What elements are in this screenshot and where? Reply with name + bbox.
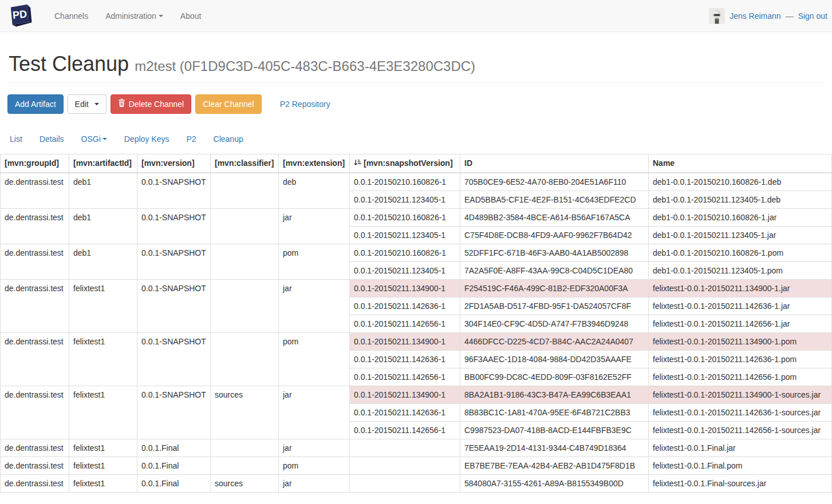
cell-classifier xyxy=(211,208,279,244)
cell-name: felixtest1-0.0.1-20150211.142656-1.pom xyxy=(649,368,832,386)
cell-version: 0.0.1.Final xyxy=(137,474,211,492)
cell-name: deb1-0.0.1-20150211.123405-1.jar xyxy=(649,226,832,244)
cell-snapshotversion: 0.0.1-20150211.142656-1 xyxy=(350,368,460,386)
page-title: Test Cleanup xyxy=(9,52,129,76)
table-row: de.dentrassi.testfelixtest10.0.1.Finalja… xyxy=(1,439,832,457)
cell-artifactid: felixtest1 xyxy=(69,474,137,492)
tab-label: List xyxy=(10,134,22,144)
tab-osgi[interactable]: OSGi xyxy=(73,129,116,149)
table-row: de.dentrassi.testfelixtest10.0.1-SNAPSHO… xyxy=(1,332,832,350)
nav-item-administration[interactable]: Administration xyxy=(97,6,172,26)
tab-details[interactable]: Details xyxy=(31,129,73,149)
column-header-classifier[interactable]: [mvn:classifier] xyxy=(211,154,279,173)
tab-list[interactable]: List xyxy=(1,129,31,149)
edit-dropdown-button[interactable]: Edit xyxy=(68,94,107,114)
cell-extension: jar xyxy=(279,386,350,439)
nav-item-label: Administration xyxy=(105,11,156,21)
cell-groupid: de.dentrassi.test xyxy=(1,457,69,474)
tab-p2[interactable]: P2 xyxy=(178,129,204,149)
cell-classifier xyxy=(211,457,279,474)
cell-name: deb1-0.0.1-20150210.160826-1.deb xyxy=(649,173,832,191)
cell-id: 2FD1A5AB-D517-4FBD-95F1-DA524057CF8F xyxy=(460,297,649,315)
table-row: de.dentrassi.testfelixtest10.0.1-SNAPSHO… xyxy=(1,279,832,297)
button-label: Clear Channel xyxy=(203,98,254,110)
tab-label: OSGi xyxy=(81,134,101,144)
cell-extension: jar xyxy=(279,474,350,492)
table-row: de.dentrassi.testfelixtest10.0.1.Finalso… xyxy=(1,474,832,492)
navbar: PD Channels Administration About Jens Re… xyxy=(0,0,832,32)
cell-extension: pom xyxy=(279,332,350,386)
cell-id: 96F3AAEC-1D18-4084-9884-DD42D35AAAFE xyxy=(460,350,649,368)
column-header-name[interactable]: Name xyxy=(649,154,832,173)
cell-version: 0.0.1-SNAPSHOT xyxy=(137,279,211,332)
cell-name: felixtest1-0.0.1.Final-sources.jar xyxy=(649,474,832,492)
channel-tabs: List Details OSGi Deploy Keys P2 Cleanup xyxy=(1,129,832,149)
cell-artifactid: deb1 xyxy=(69,208,137,244)
cell-id: F254519C-F46A-499C-81B2-EDF320A00F3A xyxy=(460,279,649,297)
cell-groupid: de.dentrassi.test xyxy=(1,208,69,244)
tab-cleanup[interactable]: Cleanup xyxy=(205,129,252,149)
cell-snapshotversion xyxy=(350,457,460,474)
cell-artifactid: felixtest1 xyxy=(69,332,137,386)
cell-name: felixtest1-0.0.1-20150211.142656-1.jar xyxy=(649,315,832,332)
package-drone-logo-icon: PD xyxy=(8,2,32,30)
brand-logo[interactable]: PD xyxy=(8,2,32,30)
user-name-link[interactable]: Jens Reimann xyxy=(730,11,781,21)
cell-classifier xyxy=(211,244,279,279)
main-nav: Channels Administration About xyxy=(46,6,210,26)
cell-name: felixtest1-0.0.1.Final.pom xyxy=(649,457,832,474)
table-row: de.dentrassi.testdeb10.0.1-SNAPSHOTdeb0.… xyxy=(1,173,832,191)
cell-version: 0.0.1-SNAPSHOT xyxy=(137,386,211,439)
cell-snapshotversion: 0.0.1-20150211.123405-1 xyxy=(350,261,460,279)
nav-item-channels[interactable]: Channels xyxy=(46,6,97,26)
cell-classifier xyxy=(211,439,279,457)
cell-version: 0.0.1-SNAPSHOT xyxy=(137,173,211,209)
chevron-down-icon xyxy=(94,103,99,105)
column-header-snapshotversion[interactable]: [mvn:snapshotVersion] xyxy=(350,154,460,173)
cell-classifier: sources xyxy=(211,474,279,492)
column-header-groupid[interactable]: [mvn:groupId] xyxy=(1,154,69,173)
cell-version: 0.0.1-SNAPSHOT xyxy=(137,332,211,386)
cell-artifactid: felixtest1 xyxy=(69,279,137,332)
cell-artifactid: deb1 xyxy=(69,173,137,209)
cell-id: 52DFF1FC-671B-46F3-AAB0-4A1AB5002898 xyxy=(460,244,649,261)
column-header-id[interactable]: ID xyxy=(460,154,649,173)
nav-item-about[interactable]: About xyxy=(172,6,210,26)
cell-name: deb1-0.0.1-20150211.123405-1.pom xyxy=(649,261,832,279)
cell-snapshotversion: 0.0.1-20150210.160826-1 xyxy=(350,244,460,261)
button-label: Edit xyxy=(75,98,89,110)
cell-extension: pom xyxy=(279,244,350,279)
cell-extension: deb xyxy=(279,173,350,209)
cell-name: felixtest1-0.0.1-20150211.134900-1-sourc… xyxy=(649,386,832,403)
cell-name: felixtest1-0.0.1-20150211.142636-1.pom xyxy=(649,350,832,368)
cell-name: deb1-0.0.1-20150210.160826-1.jar xyxy=(649,208,832,226)
column-label: Name xyxy=(653,158,675,168)
cell-snapshotversion: 0.0.1-20150211.142636-1 xyxy=(350,350,460,368)
toolbar: Add Artifact Edit Delete Channel Clear C… xyxy=(7,94,823,114)
user-separator: — xyxy=(786,11,794,21)
column-label: [mvn:snapshotVersion] xyxy=(364,158,453,168)
clear-channel-button[interactable]: Clear Channel xyxy=(195,94,262,114)
p2-repository-link[interactable]: P2 Repository xyxy=(273,94,338,114)
column-header-version[interactable]: [mvn:version] xyxy=(137,154,211,173)
user-area: Jens Reimann — Sign out xyxy=(709,8,827,24)
cell-version: 0.0.1-SNAPSHOT xyxy=(137,244,211,279)
artifact-table: [mvn:groupId] [mvn:artifactId] [mvn:vers… xyxy=(0,154,832,493)
tab-deploy-keys[interactable]: Deploy Keys xyxy=(116,129,178,149)
column-header-extension[interactable]: [mvn:extension] xyxy=(279,154,350,173)
add-artifact-button[interactable]: Add Artifact xyxy=(7,94,64,114)
sign-out-link[interactable]: Sign out xyxy=(798,11,827,21)
column-label: [mvn:classifier] xyxy=(215,158,274,168)
cell-id: 4D489BB2-3584-4BCE-A614-B56AF167A5CA xyxy=(460,208,649,226)
delete-channel-button[interactable]: Delete Channel xyxy=(111,94,192,114)
column-header-artifactid[interactable]: [mvn:artifactId] xyxy=(69,154,137,173)
cell-snapshotversion: 0.0.1-20150211.142636-1 xyxy=(350,403,460,421)
cell-id: 8BA2A1B1-9186-43C3-B47A-EA99C6B3EAA1 xyxy=(460,386,649,403)
cell-groupid: de.dentrassi.test xyxy=(1,332,69,386)
cell-id: 705B0CE9-6E52-4A70-8EB0-204E51A6F110 xyxy=(460,173,649,191)
tab-label: P2 xyxy=(186,134,196,144)
column-label: ID xyxy=(464,158,472,168)
tab-label: Details xyxy=(40,134,64,144)
cell-version: 0.0.1-SNAPSHOT xyxy=(137,208,211,244)
cell-groupid: de.dentrassi.test xyxy=(1,244,69,279)
